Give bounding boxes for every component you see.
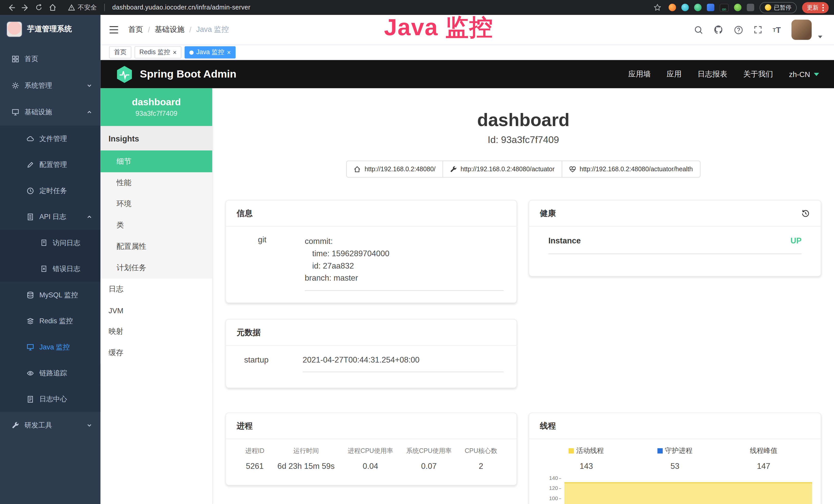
tab-redis-monitor[interactable]: Redis 监控 × bbox=[135, 46, 181, 59]
menu-item-classes[interactable]: 类 bbox=[101, 215, 212, 236]
sidebar-menu: 首页 系统管理 基础设施 文件管理 配置管理 bbox=[0, 44, 101, 504]
sidebar-item-log-center[interactable]: 日志中心 bbox=[0, 386, 101, 412]
sidebar-item-dev-tools[interactable]: 研发工具 bbox=[0, 412, 101, 439]
app-logo-row[interactable]: 芋道管理系统 bbox=[0, 15, 101, 44]
nav-journal[interactable]: 日志报表 bbox=[697, 69, 727, 79]
sidebar-item-trace[interactable]: 链路追踪 bbox=[0, 360, 101, 386]
bookmark-star-icon[interactable] bbox=[652, 2, 663, 13]
divider bbox=[104, 4, 105, 11]
sba-logo-icon bbox=[115, 65, 133, 83]
sidebar-item-files[interactable]: 文件管理 bbox=[0, 125, 101, 152]
nav-about[interactable]: 关于我们 bbox=[743, 69, 773, 79]
sidebar-item-redis[interactable]: Redis 监控 bbox=[0, 308, 101, 334]
trace-icon bbox=[27, 369, 34, 377]
extension-green-icon[interactable] bbox=[694, 4, 701, 11]
chevron-down-icon bbox=[814, 73, 819, 76]
sidebar-item-api-log[interactable]: API 日志 bbox=[0, 204, 101, 230]
nav-wallboard[interactable]: 应用墙 bbox=[628, 69, 651, 79]
back-icon[interactable] bbox=[5, 2, 17, 13]
sidebar-item-system[interactable]: 系统管理 bbox=[0, 72, 101, 99]
close-icon[interactable]: × bbox=[227, 49, 231, 56]
security-chip[interactable]: 不安全 bbox=[68, 3, 97, 12]
extension-drop-icon[interactable] bbox=[681, 4, 689, 11]
info-row-label: git bbox=[258, 235, 305, 291]
history-icon[interactable] bbox=[801, 209, 810, 218]
legend-daemon-threads: 守护进程 53 bbox=[631, 446, 719, 471]
sidebar-item-mysql[interactable]: MySQL 监控 bbox=[0, 282, 101, 308]
sidebar-item-access-log[interactable]: 访问日志 bbox=[0, 230, 101, 256]
process-card-title: 进程 bbox=[226, 413, 517, 439]
actuator-url-link[interactable]: http://192.168.0.2:48080/actuator bbox=[443, 160, 562, 177]
user-avatar[interactable] bbox=[791, 20, 812, 40]
menu-item-jvm[interactable]: JVM bbox=[101, 300, 212, 321]
screen: 不安全 dashboard.yudao.iocoder.cn/infra/adm… bbox=[0, 0, 834, 504]
menu-item-scheduled-tasks[interactable]: 计划任务 bbox=[101, 257, 212, 279]
sidebar-item-java-monitor[interactable]: Java 监控 bbox=[0, 334, 101, 360]
locale-select[interactable]: zh-CN bbox=[789, 70, 819, 78]
error-log-icon bbox=[40, 265, 47, 272]
forward-icon[interactable] bbox=[19, 2, 31, 13]
menu-item-details[interactable]: 细节 bbox=[101, 151, 212, 172]
service-url-link[interactable]: http://192.168.0.2:48080/ bbox=[347, 160, 443, 177]
instance-id: 93a3fc7f7409 bbox=[135, 110, 177, 118]
extension-leaf-icon[interactable] bbox=[734, 4, 742, 11]
stat-cpu-cores: CPU核心数 2 bbox=[465, 446, 497, 471]
gear-icon bbox=[12, 82, 19, 89]
search-icon[interactable] bbox=[694, 25, 703, 34]
home-icon bbox=[354, 166, 361, 173]
breadcrumb-infra[interactable]: 基础设施 bbox=[155, 25, 184, 35]
access-log-icon bbox=[40, 239, 47, 246]
menu-item-caches[interactable]: 缓存 bbox=[101, 343, 212, 364]
tab-home[interactable]: 首页 bbox=[109, 46, 132, 59]
stat-system-cpu: 系统CPU使用率 0.07 bbox=[406, 446, 452, 471]
tab-java-monitor[interactable]: Java 监控 × bbox=[185, 46, 236, 59]
stat-uptime: 运行时间 6d 23h 15m 59s bbox=[278, 446, 335, 471]
stat-pid: 进程ID 5261 bbox=[245, 446, 265, 471]
extension-on-badge[interactable]: on bbox=[720, 3, 729, 11]
page-title: dashboard bbox=[213, 110, 834, 131]
sidebar-item-infra[interactable]: 基础设施 bbox=[0, 99, 101, 125]
breadcrumb-current: Java 监控 bbox=[196, 25, 229, 35]
extension-puzzle-icon[interactable] bbox=[747, 4, 754, 11]
sidebar-item-config[interactable]: 配置管理 bbox=[0, 152, 101, 177]
reload-icon[interactable] bbox=[33, 2, 45, 13]
instance-details: dashboard Id: 93a3fc7f7409 http://192.16… bbox=[213, 88, 834, 504]
threads-legend: 活动线程 143 守护进程 53 线程峰值 147 bbox=[529, 439, 821, 471]
infra-icon bbox=[12, 108, 19, 116]
fullscreen-icon[interactable] bbox=[753, 25, 762, 34]
help-icon[interactable] bbox=[734, 25, 743, 34]
close-icon[interactable]: × bbox=[173, 49, 177, 56]
menu-item-environment[interactable]: 环境 bbox=[101, 193, 212, 215]
info-card: 信息 git commit: time: 1596289704000 id: 2… bbox=[225, 200, 517, 303]
live-threads-area bbox=[564, 482, 812, 504]
extension-fox-icon[interactable] bbox=[668, 4, 676, 11]
github-icon[interactable] bbox=[714, 25, 723, 35]
instance-header[interactable]: dashboard 93a3fc7f7409 bbox=[101, 88, 212, 126]
sidebar-item-error-log[interactable]: 错误日志 bbox=[0, 256, 101, 282]
browser-toolbar: 不安全 dashboard.yudao.iocoder.cn/infra/adm… bbox=[0, 0, 834, 15]
config-icon bbox=[27, 161, 34, 168]
menu-item-metrics[interactable]: 性能 bbox=[101, 172, 212, 193]
metadata-row-label: startup bbox=[244, 355, 303, 372]
sidebar-item-home[interactable]: 首页 bbox=[0, 46, 101, 72]
threads-card-title: 线程 bbox=[529, 413, 821, 439]
breadcrumb-home[interactable]: 首页 bbox=[128, 25, 143, 35]
menu-item-configprops[interactable]: 配置属性 bbox=[101, 236, 212, 257]
hamburger-icon[interactable] bbox=[107, 24, 121, 36]
address-bar[interactable]: dashboard.yudao.iocoder.cn/infra/admin-s… bbox=[112, 4, 250, 11]
update-button[interactable]: 更新 bbox=[802, 2, 829, 13]
paused-badge[interactable]: 已暂停 bbox=[760, 2, 797, 13]
extension-grid-icon[interactable] bbox=[707, 4, 714, 11]
chevron-up-icon bbox=[87, 110, 92, 115]
font-size-icon[interactable]: TT bbox=[773, 25, 781, 34]
menu-item-logs[interactable]: 日志 bbox=[101, 279, 212, 300]
health-url-link[interactable]: http://192.168.0.2:48080/actuator/health bbox=[562, 160, 700, 177]
page-subtitle: Id: 93a3fc7f7409 bbox=[213, 135, 834, 145]
home-icon[interactable] bbox=[47, 2, 59, 13]
job-icon bbox=[27, 187, 34, 194]
menu-item-mappings[interactable]: 映射 bbox=[101, 321, 212, 343]
sidebar-item-jobs[interactable]: 定时任务 bbox=[0, 178, 101, 204]
stat-process-cpu: 进程CPU使用率 0.04 bbox=[348, 446, 393, 471]
chevron-down-icon bbox=[87, 83, 92, 88]
nav-applications[interactable]: 应用 bbox=[666, 69, 681, 79]
